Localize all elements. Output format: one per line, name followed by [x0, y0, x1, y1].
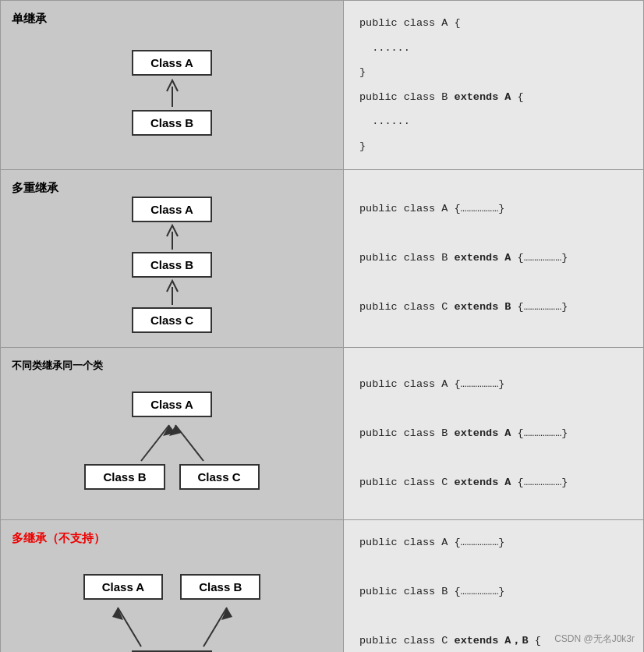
- svg-line-7: [118, 608, 141, 647]
- code-fanin-1: public class A {………………}: [359, 376, 628, 393]
- code-single-6: }: [359, 138, 628, 155]
- main-table: 单继承 Class A Class B public class A { ...…: [0, 0, 644, 652]
- code-fanin-3: public class B extends A {………………}: [359, 425, 628, 442]
- code-fanin-4: [359, 449, 628, 466]
- code-chain-3: public class B extends A {………………}: [359, 250, 628, 267]
- left-cell-fanin: 不同类继承同一个类 Class A Class B Class C: [1, 348, 344, 519]
- label-chain: 多重继承: [12, 181, 58, 196]
- label-fanin: 不同类继承同一个类: [12, 359, 103, 373]
- arrow-chain-1: [161, 222, 184, 252]
- code-single-5: ......: [359, 113, 628, 130]
- label-fanout: 多继承（不支持）: [12, 531, 105, 546]
- row-single: 单继承 Class A Class B public class A { ...…: [1, 1, 643, 170]
- watermark: CSDN @无名J0k3r: [554, 633, 635, 646]
- svg-line-8: [203, 608, 227, 647]
- right-cell-chain: public class A {………………} public class B e…: [344, 170, 643, 347]
- class-box-c-chain: Class C: [132, 307, 212, 333]
- code-single-4: public class B extends A {: [359, 89, 628, 106]
- code-fanin-5: public class C extends A {………………}: [359, 474, 628, 491]
- left-cell-single: 单继承 Class A Class B: [1, 1, 344, 169]
- code-chain-2: [359, 225, 628, 243]
- diagram-fanin: Class A Class B Class C: [84, 392, 259, 490]
- svg-line-3: [141, 425, 169, 461]
- code-fanout-1: public class A {………………}: [359, 534, 628, 551]
- class-box-b-chain: Class B: [132, 252, 212, 278]
- code-chain-5: public class C extends B {………………}: [359, 299, 628, 316]
- label-single: 单继承: [12, 12, 47, 27]
- code-chain-1: public class A {………………}: [359, 200, 628, 218]
- class-box-c-fanin: Class C: [179, 464, 260, 490]
- diagram-fanout: Class A Class B Class C: [83, 574, 262, 652]
- code-fanout-4: [359, 608, 628, 625]
- code-single-3: }: [359, 64, 628, 81]
- class-box-a-fanout: Class A: [83, 574, 163, 600]
- class-box-a-single: Class A: [132, 50, 211, 76]
- left-cell-fanout: 多继承（不支持） Class A Class B: [1, 520, 344, 652]
- code-fanout-3: public class B {………………}: [359, 583, 628, 601]
- class-box-b-fanout: Class B: [180, 574, 260, 600]
- left-cell-chain: 多重继承 Class A Class B Class C: [1, 170, 344, 347]
- code-chain-4: [359, 275, 628, 292]
- arrows-fanout: [83, 600, 262, 650]
- code-single-1: public class A {: [359, 15, 628, 32]
- top-row-fanout: Class A Class B: [83, 574, 261, 600]
- code-fanin-2: [359, 400, 628, 417]
- diagram-chain: Class A Class B Class C: [132, 197, 212, 333]
- arrow-single: [161, 76, 184, 110]
- code-fanout-2: [359, 558, 628, 576]
- diagram-single: Class A Class B: [132, 50, 212, 136]
- bottom-row-fanin: Class B Class C: [84, 464, 259, 490]
- row-chain: 多重继承 Class A Class B Class C public clas…: [1, 170, 643, 348]
- right-cell-fanin: public class A {………………} public class B e…: [344, 348, 643, 519]
- row-fanout: 多继承（不支持） Class A Class B: [1, 520, 643, 652]
- right-cell-single: public class A { ...... } public class B…: [344, 1, 643, 169]
- class-box-b-fanin: Class B: [84, 464, 165, 490]
- arrow-chain-2: [161, 278, 184, 307]
- class-box-a-fanin: Class A: [132, 392, 211, 417]
- row-fanin: 不同类继承同一个类 Class A Class B Class C: [1, 348, 643, 520]
- class-box-a-chain: Class A: [132, 197, 211, 222]
- class-box-b-single: Class B: [132, 110, 212, 136]
- arrows-fanin: [94, 417, 250, 464]
- code-single-2: ......: [359, 40, 628, 57]
